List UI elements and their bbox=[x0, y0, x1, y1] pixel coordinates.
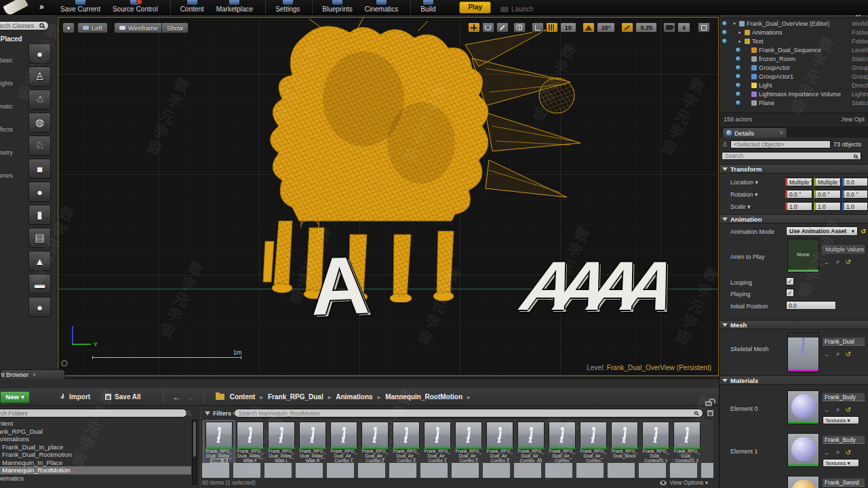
close-tab-icon[interactable]: × bbox=[780, 129, 783, 136]
expand-arrow-icon[interactable]: ▸ bbox=[737, 39, 743, 44]
toolbar-expander-icon[interactable]: » bbox=[39, 2, 44, 12]
asset-item[interactable]: Frank_RPG_ Dual_Air_ Combo 3 bbox=[391, 421, 422, 464]
visibility-eye-icon[interactable] bbox=[735, 100, 741, 106]
material-thumbnail[interactable] bbox=[787, 433, 819, 467]
save-search-icon[interactable] bbox=[707, 410, 713, 416]
folder-tree-item[interactable]: Animations bbox=[0, 435, 191, 443]
toolbar-button[interactable]: Content bbox=[170, 0, 204, 14]
material-thumbnail[interactable] bbox=[787, 476, 819, 488]
scale-x-field[interactable]: 1.0 bbox=[785, 202, 812, 211]
visibility-eye-icon[interactable] bbox=[735, 91, 741, 97]
viewport-viewmode-button[interactable]: Wireframe bbox=[114, 22, 163, 33]
asset-item[interactable]: Frank_RPG_ Dual_ Combo01 2 bbox=[671, 421, 703, 464]
expand-arrow-icon[interactable]: ▾ bbox=[732, 21, 737, 26]
outliner-actor-row[interactable]: Plane StaticMesh bbox=[719, 98, 868, 107]
scale-z-field[interactable]: 1.0 bbox=[842, 202, 868, 211]
asset-item[interactable]: Frank_RPG_ Dual_Air_ Combo_All bbox=[515, 421, 547, 464]
skeletal-mesh-thumbnail[interactable] bbox=[787, 332, 819, 372]
initial-position-field[interactable]: 0.0 bbox=[786, 301, 836, 310]
folder-tree-item[interactable]: Cinematics bbox=[0, 474, 191, 483]
looping-checkbox[interactable]: ✓ bbox=[786, 277, 794, 285]
asset-item[interactable]: Frank_RPG_ Dual_Air_ Combo bbox=[547, 421, 578, 464]
placeable-item-tile[interactable]: ■ bbox=[28, 159, 51, 179]
reset-to-default-icon[interactable]: ↺ bbox=[861, 228, 866, 235]
asset-search-input[interactable]: Search Mannequin_RootMotion bbox=[234, 409, 703, 418]
materials-section-header[interactable]: Materials bbox=[719, 375, 868, 385]
placeable-item-tile[interactable]: ♙ bbox=[28, 66, 51, 87]
asset-item[interactable]: Frank_RPG_ Dual_4Way_ Walk R bbox=[297, 421, 328, 464]
level-viewport[interactable]: A AAAA ▾ Left Wireframe Show 10 10° bbox=[58, 17, 719, 376]
outliner-actor-row[interactable]: ▸ Animations Folder bbox=[719, 28, 868, 37]
browse-icon[interactable]: ⌕ bbox=[836, 405, 840, 413]
asset-item[interactable]: Frank_RPG_ Dual_Air_ Combo 1 bbox=[328, 421, 359, 464]
mesh-section-header[interactable]: Mesh bbox=[719, 320, 868, 329]
asset-item[interactable]: Frank_RPG_ Dual_Air_ Combo bbox=[578, 421, 609, 464]
placeable-item-tile[interactable]: ● bbox=[28, 297, 51, 317]
location-z-field[interactable]: 0.0 bbox=[842, 178, 868, 186]
asset-item[interactable]: Frank_RPG_ Dual_Air_ Combo 3 bbox=[484, 421, 515, 464]
visibility-eye-icon[interactable] bbox=[735, 73, 741, 79]
scale-snap-button[interactable] bbox=[621, 22, 633, 33]
asset-item[interactable]: Frank_RPG_ Dual_Air_ Combo 2 bbox=[359, 421, 391, 464]
tree-scrollbar[interactable] bbox=[192, 420, 197, 485]
modes-category[interactable]: Cinematic bbox=[0, 103, 13, 110]
folder-tree-item[interactable]: Mannequin_In_Place bbox=[0, 459, 191, 467]
import-button[interactable]: Import bbox=[60, 393, 90, 401]
rotation-label[interactable]: Rotation ▾ bbox=[730, 191, 758, 198]
toolbar-button[interactable]: Save Current bbox=[60, 0, 100, 14]
placeable-item-tile[interactable]: ● bbox=[28, 43, 51, 64]
visibility-eye-icon[interactable] bbox=[735, 47, 741, 53]
filters-button[interactable]: Filters ▾ bbox=[205, 410, 236, 417]
camera-speed-value[interactable]: 4 bbox=[677, 22, 690, 33]
breadcrumb-item[interactable]: Animations ▸ bbox=[336, 393, 380, 401]
browse-icon[interactable]: ⌕ bbox=[836, 448, 840, 456]
details-tab[interactable]: Details × bbox=[722, 127, 787, 138]
viewport-options-dropdown[interactable]: ▾ bbox=[62, 22, 75, 33]
viewport-perspective-button[interactable]: Left bbox=[77, 22, 108, 33]
placeable-item-tile[interactable]: ▮ bbox=[28, 205, 51, 225]
anim-asset-thumbnail[interactable]: None bbox=[787, 239, 819, 272]
asset-item[interactable]: Frank_RPG_ Dual_4Way_ Walk F bbox=[235, 421, 266, 464]
textures-dropdown[interactable]: Textures ▾ bbox=[823, 459, 859, 467]
search-classes-input[interactable]: Search Classes bbox=[0, 21, 49, 30]
visibility-eye-icon[interactable] bbox=[722, 29, 728, 35]
transform-section-header[interactable]: Transform bbox=[719, 164, 868, 174]
save-all-button[interactable]: Save All bbox=[105, 393, 141, 401]
scale-tool-button[interactable] bbox=[496, 22, 509, 33]
outliner-view-options[interactable]: View Options bbox=[840, 116, 865, 123]
outliner-actor-row[interactable]: Lightmass Importance Volume LightmassImp bbox=[719, 89, 868, 98]
placeable-item-tile[interactable]: ▬ bbox=[28, 274, 51, 294]
folder-tree-item[interactable]: Content bbox=[0, 420, 191, 428]
back-button[interactable]: ← bbox=[173, 392, 181, 402]
grid-snap-button[interactable] bbox=[546, 22, 558, 33]
material-thumbnail[interactable] bbox=[787, 390, 819, 424]
text-mesh-a[interactable]: A bbox=[309, 238, 371, 333]
use-selected-icon[interactable]: ← bbox=[824, 258, 831, 266]
launch-button[interactable]: Launch bbox=[500, 5, 534, 13]
view-options-button[interactable]: View Options ▾ bbox=[660, 479, 708, 486]
rotation-z-field[interactable]: 0.0 ° bbox=[842, 190, 868, 199]
visibility-eye-icon[interactable] bbox=[735, 56, 741, 62]
folder-tree-item[interactable]: Mannequin_RootMotion bbox=[0, 466, 191, 474]
rotation-x-field[interactable]: 0.0 ° bbox=[785, 190, 812, 199]
move-tool-button[interactable] bbox=[468, 22, 480, 33]
location-label[interactable]: Location ▾ bbox=[730, 179, 758, 186]
placeable-item-tile[interactable]: ▲ bbox=[28, 251, 51, 271]
placeable-item-tile[interactable]: ♘ bbox=[28, 136, 51, 156]
scale-label[interactable]: Scale ▾ bbox=[730, 203, 751, 210]
close-tab-icon[interactable]: × bbox=[33, 371, 36, 378]
placeable-item-tile[interactable]: ● bbox=[28, 182, 51, 202]
modes-category[interactable]: Basic bbox=[0, 57, 13, 64]
visibility-eye-icon[interactable] bbox=[722, 20, 728, 26]
outliner-actor-row[interactable]: ▸ Text Folder bbox=[719, 37, 868, 45]
folder-tree-item[interactable]: Frank_Dual_In_place bbox=[0, 443, 191, 451]
play-button[interactable]: Play bbox=[459, 1, 491, 14]
location-x-field[interactable]: Multiple Values bbox=[785, 178, 812, 186]
rotation-snap-value[interactable]: 10° bbox=[597, 22, 616, 33]
modes-category[interactable]: Visual Effects bbox=[0, 126, 13, 133]
folder-tree-item[interactable]: Frank_RPG_Dual bbox=[0, 428, 191, 436]
visibility-eye-icon[interactable] bbox=[722, 38, 728, 44]
use-selected-icon[interactable]: ← bbox=[824, 406, 831, 413]
forward-button[interactable]: → bbox=[186, 392, 195, 402]
asset-item[interactable]: Frank_RPG_ Dual_Block bbox=[609, 421, 640, 459]
